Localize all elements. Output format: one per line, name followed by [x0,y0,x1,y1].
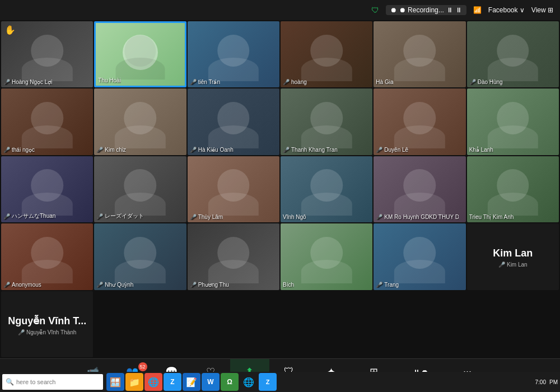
participant-cell-6[interactable]: 🎤 Đào Hùng [467,21,559,87]
hand-icon: ✋ [4,25,16,35]
participant-cell-21[interactable]: 🎤 Phương Thu [188,223,279,290]
taskbar-app-zoom[interactable]: Z [259,373,277,391]
participant-name-5: Hà Gia [376,79,393,85]
taskbar-app-word[interactable]: 📝 [183,373,200,391]
participant-name-21: 🎤 Phương Thu [190,282,229,288]
participant-cell-24[interactable]: Kim Lan 🎤 Kim Lan [467,223,559,290]
participant-cell-20[interactable]: 🎤 Như Quỳnh [94,223,186,290]
participant-cell-23[interactable]: 🎤 Trang [374,223,465,290]
participant-name-7: 🎤 thái ngọc [3,147,35,153]
participant-name-24: 🎤 Kim Lan [498,262,528,268]
mic-muted-icon: 🎤 [376,282,382,288]
mic-muted-icon: 🎤 [190,282,197,288]
participant-name-12: Khả Lanh [469,147,493,153]
pause-icon: ⏸ [446,6,453,14]
participant-cell-7[interactable]: 🎤 thái ngọc [1,88,93,155]
mic-muted-icon: 🎤 [96,282,103,288]
participant-cell-9[interactable]: 🎤 Hà Kiều Oanh [188,88,279,155]
taskbar-app-omega[interactable]: Ω [221,373,239,391]
participant-name-9: 🎤 Hà Kiều Oanh [190,147,234,153]
mic-muted-icon: 🎤 [96,147,103,153]
pause-icon2: ⏸ [455,6,462,14]
participant-name-20: 🎤 Như Quỳnh [96,282,133,288]
taskbar-app-chrome[interactable]: 🌐 [240,373,258,391]
participant-cell-11[interactable]: 🎤 Duyên Lê [374,88,465,155]
taskbar-app-explorer[interactable]: 📁 [125,373,143,391]
mic-muted-icon: 🎤 [3,213,10,220]
participant-name-17: 🎤 KM Ro Huynh GDKD THUY D... [376,214,459,220]
mic-muted-icon: 🎤 [190,147,197,153]
participant-name-10: 🎤 Thanh Khang Tran [283,147,338,153]
mic-muted-icon: 🎤 [96,213,103,220]
mic-muted-icon: 🎤 [18,329,25,335]
participant-name-14: 🎤 レーズイダット [96,212,144,220]
mic-muted-icon: 🎤 [469,79,476,85]
participant-cell-1[interactable]: ✋ 🎤 Hoàng Ngọc Lợi [1,21,93,87]
participant-name-11: 🎤 Duyên Lê [376,147,408,153]
participants-badge: 52 [138,362,147,371]
participant-cell-4[interactable]: 🎤 hoàng [281,21,372,87]
taskbar-app-zalo[interactable]: Z [164,373,181,391]
participant-name-19: 🎤 Anonymous [3,282,41,288]
participant-cell-2[interactable]: Thu Hoài [94,21,186,87]
participant-cell-13[interactable]: 🎤 ハンサムなThuan [1,156,93,222]
participant-cell-5[interactable]: Hà Gia [374,21,465,87]
participant-cell-19[interactable]: 🎤 Anonymous [1,223,93,290]
mic-muted-icon: 🎤 [3,282,10,288]
participant-name-16: Vĩnh Ngô [283,214,306,220]
participant-cell-10[interactable]: 🎤 Thanh Khang Tran [281,88,372,155]
participant-name-8: 🎤 Kim chiz [96,147,126,153]
participant-cell-8[interactable]: 🎤 Kim chiz [94,88,186,155]
taskbar-ampm: PM [549,379,558,385]
facebook-button[interactable]: Facebook ∨ [488,6,525,14]
shield-icon: 🛡 [371,6,379,15]
participant-cell-16[interactable]: Vĩnh Ngô [281,156,372,222]
participant-name-6: 🎤 Đào Hùng [469,79,503,85]
view-button[interactable]: View ⊞ [531,6,553,14]
recording-status[interactable]: ⏺ ⏺ Recording... ⏸ ⏸ [386,5,466,15]
participant-name-1: 🎤 Hoàng Ngọc Lợi [3,79,53,85]
participant-cell-15[interactable]: 🎤 Thùy Lâm [188,156,279,222]
search-input[interactable] [16,379,100,385]
participant-name-4: 🎤 hoàng [283,79,307,85]
participant-name-2: Thu Hoài [98,77,121,83]
video-grid: ✋ 🎤 Hoàng Ngọc Lợi Thu Hoài 🎤 tiên Trần … [0,20,560,358]
participant-name-18: Trieu Thị Kim Anh [469,214,514,220]
participant-cell-18[interactable]: Trieu Thị Kim Anh [467,156,559,222]
participant-name-13: 🎤 ハンサムなThuan [3,212,55,220]
top-bar: 🛡 ⏺ ⏺ Recording... ⏸ ⏸ 📶 Facebook ∨ View… [0,0,560,20]
mic-muted-icon: 🎤 [3,79,10,85]
taskbar-search[interactable]: 🔍 [2,374,103,390]
participant-name-22: Bích [283,282,294,288]
mic-muted-icon: 🎤 [190,214,197,220]
taskbar-app-files[interactable]: 🪟 [106,373,124,391]
taskbar-right: 7:00 PM [535,379,558,385]
participant-name-23: 🎤 Trang [376,282,399,288]
mic-muted-icon: 🎤 [498,262,505,268]
taskbar-app-browser[interactable]: 🌐 [144,373,162,391]
wifi-icon: 📶 [473,6,482,14]
view-label: View ⊞ [531,6,553,14]
participant-cell-12[interactable]: Khả Lanh [467,88,559,155]
mic-muted-icon: 🎤 [283,79,290,85]
mic-muted-icon: 🎤 [376,214,382,220]
mic-muted-icon: 🎤 [190,79,197,85]
participant-cell-25[interactable]: Nguyễn Vĩnh T... 🎤 Nguyễn Vĩnh Thành [1,291,93,357]
participant-cell-14[interactable]: 🎤 レーズイダット [94,156,186,222]
record-dot: ⏺ [390,6,397,14]
participant-cell-22[interactable]: Bích [281,223,372,290]
participant-name-15: 🎤 Thùy Lâm [190,214,223,220]
participant-name-25: 🎤 Nguyễn Vĩnh Thành [18,329,76,335]
recording-label: ⏺ Recording... [399,6,444,14]
taskbar-app-icons: 🪟 📁 🌐 Z 📝 W Ω 🌐 Z [106,373,277,391]
participant-cell-17[interactable]: 🎤 KM Ro Huynh GDKD THUY D... [374,156,465,222]
mic-muted-icon: 🎤 [283,147,290,153]
namecard-big-name-25: Nguyễn Vĩnh T... [6,312,88,329]
participant-cell-3[interactable]: 🎤 tiên Trần [188,21,279,87]
facebook-label: Facebook ∨ [488,6,525,14]
taskbar: 🔍 🪟 📁 🌐 Z 📝 W Ω 🌐 Z 7:00 PM [0,372,560,392]
mic-muted-icon: 🎤 [376,147,382,153]
shield-status: 🛡 [371,6,379,15]
participant-name-3: 🎤 tiên Trần [190,79,220,85]
taskbar-app-winword[interactable]: W [202,373,220,391]
